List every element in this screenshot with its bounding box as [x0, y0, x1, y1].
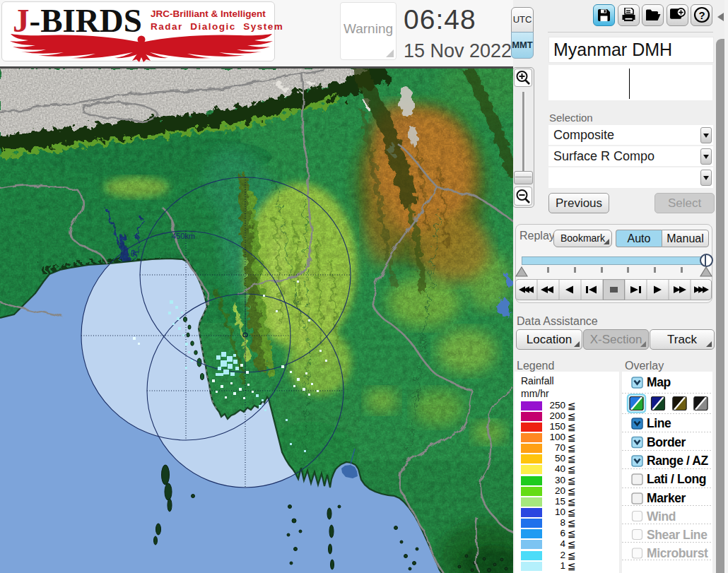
svg-text:450km: 450km — [172, 232, 195, 240]
svg-text:?: ? — [698, 9, 705, 21]
